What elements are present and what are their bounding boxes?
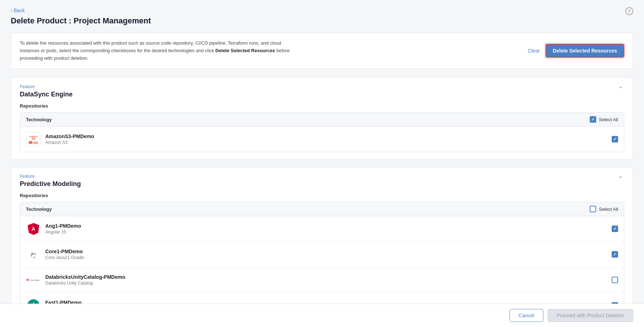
table-row: Unity Catalog DatabricksUnityCatalog-PMD… bbox=[20, 267, 624, 293]
page-title: Delete Product : Project Management bbox=[11, 16, 633, 26]
svg-marker-9 bbox=[27, 279, 29, 281]
table-row: A Ang1-PMDemo Angular 15 ✓ bbox=[20, 216, 624, 242]
features-container: Feature DataSync Engine ⌃ Repositories T… bbox=[11, 77, 633, 326]
feature-label: Feature bbox=[20, 174, 81, 179]
select-all-label: Select All bbox=[599, 206, 618, 212]
footer-bar: Cancel Proceed with Product Deletion bbox=[0, 304, 644, 327]
desc-actions: Clear Delete Selected Resources bbox=[528, 44, 624, 58]
help-icon[interactable]: ? bbox=[625, 7, 633, 15]
feature-name: Predictive Modeling bbox=[20, 180, 81, 188]
tech-name: DatabricksUnityCatalog-PMDemo bbox=[45, 274, 125, 280]
table-header: Technology Select All bbox=[20, 202, 624, 216]
tech-sub: Amazon S3 bbox=[45, 140, 94, 145]
svg-text:S3: S3 bbox=[31, 137, 35, 140]
proceed-button: Proceed with Product Deletion bbox=[548, 309, 633, 322]
checkbox[interactable]: ✓ bbox=[612, 251, 618, 258]
page-container: ? ‹ Back Delete Product : Project Manage… bbox=[0, 0, 644, 327]
select-all-group: ✓ Select All bbox=[590, 116, 618, 123]
table-container: Technology Select All A Ang1-PMDemo Angu… bbox=[20, 202, 624, 318]
feature-header: Feature Predictive Modeling ⌃ bbox=[11, 167, 633, 193]
tech-name: Core1-PMDemo bbox=[45, 249, 84, 254]
checkbox[interactable]: ✓ bbox=[612, 136, 618, 142]
tech-info: A Ang1-PMDemo Angular 15 bbox=[26, 221, 81, 236]
repositories-label: Repositories bbox=[11, 103, 633, 112]
clear-button[interactable]: Clear bbox=[528, 48, 540, 54]
checkbox[interactable] bbox=[612, 277, 618, 283]
back-link[interactable]: ‹ Back bbox=[11, 8, 25, 13]
delete-selected-button[interactable]: Delete Selected Resources bbox=[546, 44, 624, 58]
select-all-label: Select All bbox=[599, 117, 618, 122]
tech-logo-java: Java bbox=[26, 247, 41, 262]
back-label: Back bbox=[14, 8, 25, 13]
table-header: Technology ✓ Select All bbox=[20, 113, 624, 127]
description-text: To delete the resources associated with … bbox=[20, 40, 300, 62]
collapse-button[interactable]: ⌃ bbox=[617, 174, 624, 183]
tech-name: AmazonS3-PMDemo bbox=[45, 133, 94, 139]
svg-text:Java: Java bbox=[31, 253, 36, 255]
collapse-button[interactable]: ⌃ bbox=[617, 84, 624, 94]
table-row: Java Core1-PMDemo Core Java21-Gradle ✓ bbox=[20, 242, 624, 267]
feature-section-1: Feature Predictive Modeling ⌃ Repositori… bbox=[11, 167, 633, 326]
col-technology-label: Technology bbox=[26, 206, 52, 212]
checkbox[interactable] bbox=[590, 206, 596, 212]
svg-text:A: A bbox=[32, 226, 35, 232]
tech-logo-amazons3: amazon S3 bbox=[26, 132, 41, 147]
svg-rect-3 bbox=[29, 141, 32, 144]
select-all-group: Select All bbox=[590, 206, 618, 212]
tech-name: Ang1-PMDemo bbox=[45, 223, 81, 229]
checkbox[interactable]: ✓ bbox=[612, 226, 618, 232]
cancel-button[interactable]: Cancel bbox=[510, 309, 543, 322]
tech-info: Unity Catalog DatabricksUnityCatalog-PMD… bbox=[26, 272, 125, 287]
table-container: Technology ✓ Select All amazon S3 Amazon… bbox=[20, 112, 624, 152]
tech-sub: Databricks Unity Catalog bbox=[45, 281, 125, 286]
chevron-left-icon: ‹ bbox=[11, 8, 12, 13]
tech-logo-databricks: Unity Catalog bbox=[26, 272, 41, 287]
feature-label: Feature bbox=[20, 84, 73, 89]
tech-sub: Angular 15 bbox=[45, 230, 81, 235]
tech-info: Java Core1-PMDemo Core Java21-Gradle bbox=[26, 247, 84, 262]
feature-header: Feature DataSync Engine ⌃ bbox=[11, 78, 633, 103]
svg-rect-4 bbox=[33, 142, 38, 144]
checkbox[interactable]: ✓ bbox=[590, 116, 596, 123]
tech-info: amazon S3 AmazonS3-PMDemo Amazon S3 bbox=[26, 132, 94, 147]
repositories-label: Repositories bbox=[11, 193, 633, 202]
tech-sub: Core Java21-Gradle bbox=[45, 255, 84, 260]
tech-logo-angular: A bbox=[26, 221, 41, 236]
feature-name: DataSync Engine bbox=[20, 91, 73, 98]
col-technology-label: Technology bbox=[26, 117, 52, 122]
svg-text:Unity Catalog: Unity Catalog bbox=[29, 279, 39, 281]
description-bar: To delete the resources associated with … bbox=[11, 33, 633, 69]
table-row: amazon S3 AmazonS3-PMDemo Amazon S3 ✓ bbox=[20, 127, 624, 152]
feature-section-0: Feature DataSync Engine ⌃ Repositories T… bbox=[11, 77, 633, 160]
